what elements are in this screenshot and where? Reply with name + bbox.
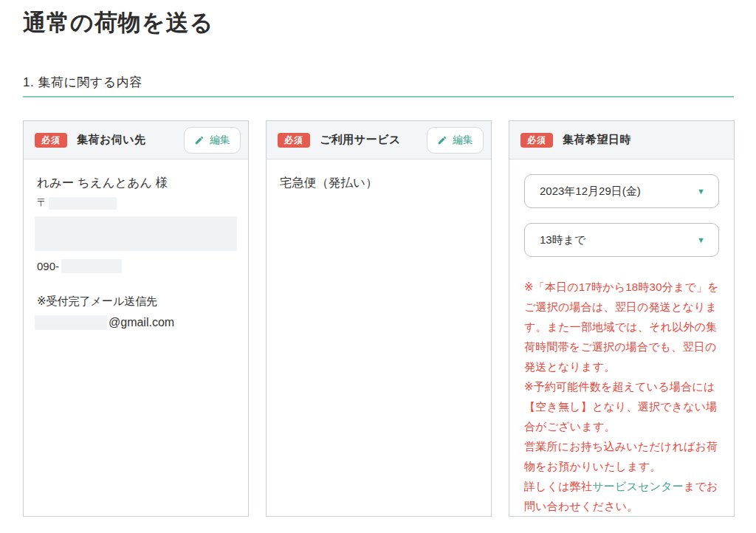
redacted-postal-code xyxy=(49,197,117,210)
card-service-body: 宅急便（発払い） xyxy=(267,159,491,516)
required-badge: 必須 xyxy=(520,133,553,148)
phone-line: 090- xyxy=(37,259,237,273)
card-pickup-address: 必須 集荷お伺い先 編集 れみー ちえんとあん 様 〒 090- xyxy=(23,120,249,517)
card-service: 必須 ご利用サービス 編集 宅急便（発払い） xyxy=(266,120,492,517)
phone-prefix: 090- xyxy=(37,260,59,272)
service-center-link[interactable]: サービスセンター xyxy=(592,480,684,492)
edit-button-label: 編集 xyxy=(453,134,473,147)
postal-mark: 〒 xyxy=(37,196,47,210)
card-pickup-address-header: 必須 集荷お伺い先 編集 xyxy=(24,121,248,159)
chevron-down-icon: ▼ xyxy=(697,188,705,196)
page-title: 通常の荷物を送る xyxy=(23,7,213,38)
card-pickup-datetime-body: 2023年12月29日(金) ▼ 13時まで ▼ ※「本日の17時から18時30… xyxy=(509,159,734,516)
card-pickup-address-title: 集荷お伺い先 xyxy=(77,133,146,147)
required-badge: 必須 xyxy=(278,133,310,148)
redacted-email-local-part xyxy=(35,315,107,330)
service-name: 宅急便（発払い） xyxy=(280,175,480,191)
pencil-icon xyxy=(437,135,447,145)
email-line: @gmail.com xyxy=(35,315,237,330)
card-pickup-datetime-title: 集荷希望日時 xyxy=(563,133,631,147)
edit-button-label: 編集 xyxy=(210,134,230,147)
required-badge: 必須 xyxy=(35,133,67,148)
email-domain: @gmail.com xyxy=(109,316,174,329)
mail-destination-note: ※受付完了メール送信先 xyxy=(37,295,237,309)
section-heading: 1. 集荷に関する内容 xyxy=(23,74,142,91)
edit-pickup-address-button[interactable]: 編集 xyxy=(184,127,241,154)
card-pickup-datetime: 必須 集荷希望日時 2023年12月29日(金) ▼ 13時まで ▼ ※「本日の… xyxy=(509,120,735,517)
pickup-date-value: 2023年12月29日(金) xyxy=(540,185,641,199)
note-capacity: ※予約可能件数を超えている場合には【空き無し】となり、選択できない場合がございま… xyxy=(524,376,719,436)
note-contact-pre: 詳しくは弊社 xyxy=(524,480,592,492)
cards-row: 必須 集荷お伺い先 編集 れみー ちえんとあん 様 〒 090- xyxy=(23,120,735,511)
card-pickup-datetime-header: 必須 集荷希望日時 xyxy=(509,121,734,159)
chevron-down-icon: ▼ xyxy=(697,236,705,244)
postal-code-line: 〒 xyxy=(37,196,237,210)
note-contact: 詳しくは弊社サービスセンターまでお問い合わせください。 xyxy=(524,476,719,516)
edit-service-button[interactable]: 編集 xyxy=(427,127,484,154)
pickup-time-select[interactable]: 13時まで ▼ xyxy=(524,223,719,257)
note-dropoff: 営業所にお持ち込みいただければお荷物をお預かりいたします。 xyxy=(524,436,719,476)
pickup-datetime-notes: ※「本日の17時から18時30分まで」をご選択の場合は、翌日の発送となります。ま… xyxy=(524,277,719,516)
note-shipping-delay: ※「本日の17時から18時30分まで」をご選択の場合は、翌日の発送となります。ま… xyxy=(524,277,719,376)
card-service-title: ご利用サービス xyxy=(320,133,401,147)
card-service-header: 必須 ご利用サービス 編集 xyxy=(267,121,491,159)
redacted-address xyxy=(35,216,237,251)
section-divider xyxy=(23,96,734,97)
pickup-time-value: 13時まで xyxy=(540,233,585,247)
card-pickup-address-body: れみー ちえんとあん 様 〒 090- ※受付完了メール送信先 @gmail.c… xyxy=(24,159,248,516)
pickup-request-page: 通常の荷物を送る 1. 集荷に関する内容 必須 集荷お伺い先 編集 れみー ちえ… xyxy=(0,0,756,533)
pencil-icon xyxy=(194,135,205,145)
redacted-phone-number xyxy=(61,259,122,273)
pickup-date-select[interactable]: 2023年12月29日(金) ▼ xyxy=(524,174,719,208)
recipient-name: れみー ちえんとあん 様 xyxy=(37,175,237,191)
